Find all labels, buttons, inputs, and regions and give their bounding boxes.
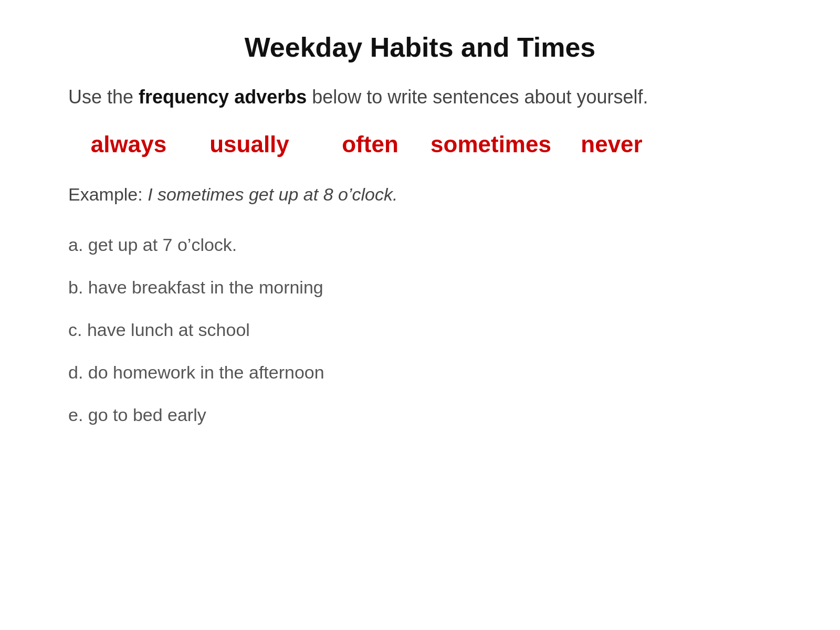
example-sentence: I sometimes get up at 8 o’clock. bbox=[148, 184, 397, 204]
adverb-sometimes: sometimes bbox=[430, 131, 551, 158]
exercise-item-e: e. go to bed early bbox=[68, 402, 772, 428]
instruction-prefix: Use the bbox=[68, 86, 139, 108]
adverb-always: always bbox=[68, 131, 189, 158]
example-text: Example: I sometimes get up at 8 o’clock… bbox=[68, 181, 772, 208]
adverbs-row: always usually often sometimes never bbox=[68, 131, 772, 158]
example-label: Example: bbox=[68, 184, 148, 204]
instruction-text: Use the frequency adverbs below to write… bbox=[68, 84, 772, 110]
instruction-bold: frequency adverbs bbox=[139, 86, 307, 108]
exercise-item-b: b. have breakfast in the morning bbox=[68, 274, 772, 301]
adverb-usually: usually bbox=[189, 131, 310, 158]
page-title: Weekday Habits and Times bbox=[68, 32, 772, 63]
exercise-text-c: have lunch at school bbox=[87, 320, 250, 340]
exercise-text-a: get up at 7 o’clock. bbox=[88, 235, 237, 255]
adverb-never: never bbox=[551, 131, 672, 158]
exercise-letter-c: c. bbox=[68, 320, 87, 340]
exercise-item-a: a. get up at 7 o’clock. bbox=[68, 232, 772, 258]
exercise-item-c: c. have lunch at school bbox=[68, 317, 772, 343]
exercise-list: a. get up at 7 o’clock. b. have breakfas… bbox=[68, 232, 772, 428]
exercise-letter-b: b. bbox=[68, 277, 88, 297]
exercise-letter-d: d. bbox=[68, 362, 88, 382]
exercise-item-d: d. do homework in the afternoon bbox=[68, 359, 772, 386]
exercise-text-e: go to bed early bbox=[88, 405, 206, 425]
adverb-often: often bbox=[310, 131, 430, 158]
exercise-text-d: do homework in the afternoon bbox=[88, 362, 324, 382]
exercise-text-b: have breakfast in the morning bbox=[88, 277, 323, 297]
exercise-letter-a: a. bbox=[68, 235, 88, 255]
exercise-letter-e: e. bbox=[68, 405, 88, 425]
instruction-suffix: below to write sentences about yourself. bbox=[307, 86, 648, 108]
